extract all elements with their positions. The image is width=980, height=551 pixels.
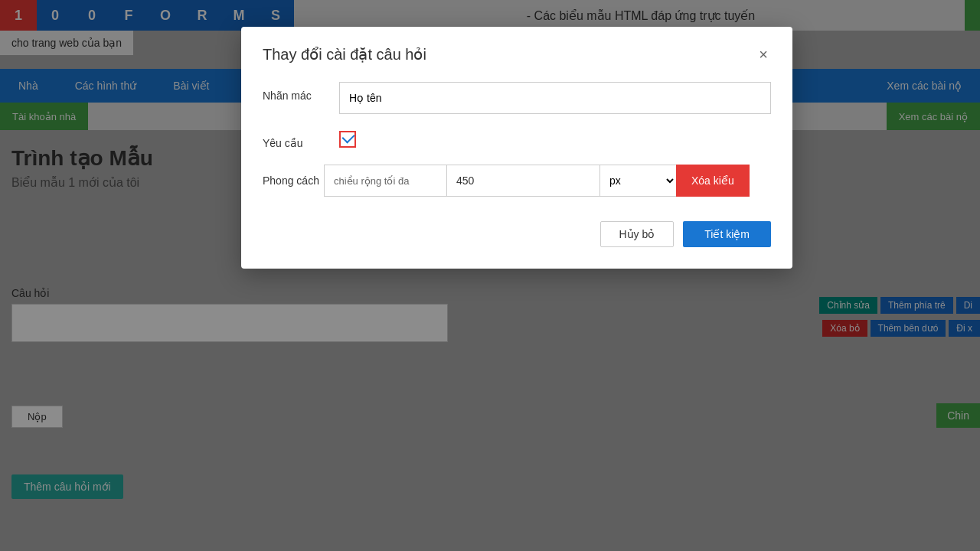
save-button[interactable]: Tiết kiệm <box>683 221 771 247</box>
style-unit-select[interactable]: px % em <box>599 165 676 197</box>
style-field-label: Phong cách <box>263 174 324 187</box>
modal-header: Thay đổi cài đặt câu hỏi × <box>263 45 771 64</box>
style-prefix-input[interactable] <box>324 165 446 197</box>
style-number-input[interactable] <box>446 165 599 197</box>
modal-required-row: Yêu cầu <box>263 129 771 149</box>
modal-dialog: Thay đổi cài đặt câu hỏi × Nhãn mác Yêu … <box>241 27 792 269</box>
modal-title: Thay đổi cài đặt câu hỏi <box>263 45 426 64</box>
label-input[interactable] <box>339 82 771 114</box>
style-controls: px % em Xóa kiểu <box>324 165 771 197</box>
label-field-label: Nhãn mác <box>263 82 324 102</box>
delete-style-button[interactable]: Xóa kiểu <box>676 165 750 197</box>
required-checkbox-wrapper <box>339 129 356 148</box>
modal-close-button[interactable]: × <box>756 47 771 62</box>
modal-footer: Hủy bỏ Tiết kiệm <box>263 221 771 247</box>
required-checkbox[interactable] <box>339 131 356 148</box>
cancel-button[interactable]: Hủy bỏ <box>600 221 675 247</box>
modal-body: Nhãn mác Yêu cầu Phong cách px % em <box>263 82 771 197</box>
required-field-label: Yêu cầu <box>263 129 324 149</box>
modal-label-row: Nhãn mác <box>263 82 771 114</box>
modal-style-row: Phong cách px % em Xóa kiểu <box>263 165 771 197</box>
